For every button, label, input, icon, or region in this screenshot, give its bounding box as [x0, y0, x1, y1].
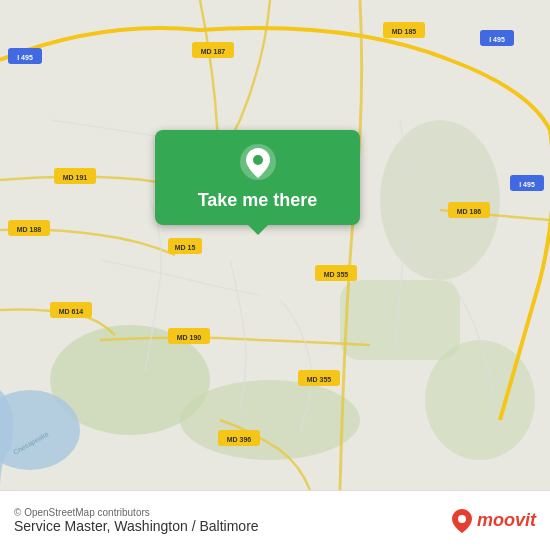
svg-text:MD 355: MD 355	[307, 376, 332, 383]
bottom-bar: © OpenStreetMap contributors Service Mas…	[0, 490, 550, 550]
svg-point-38	[458, 515, 466, 523]
moovit-logo: moovit	[451, 508, 536, 534]
svg-text:I 495: I 495	[17, 54, 33, 61]
svg-text:MD 186: MD 186	[457, 208, 482, 215]
popup-button-label: Take me there	[198, 190, 318, 211]
svg-text:MD 191: MD 191	[63, 174, 88, 181]
svg-text:MD 188: MD 188	[17, 226, 42, 233]
moovit-pin-icon	[451, 508, 473, 534]
svg-text:MD 187: MD 187	[201, 48, 226, 55]
svg-text:MD 396: MD 396	[227, 436, 252, 443]
moovit-brand-text: moovit	[477, 510, 536, 531]
copyright-text: © OpenStreetMap contributors	[14, 507, 259, 518]
svg-text:MD 614: MD 614	[59, 308, 84, 315]
svg-point-37	[253, 155, 263, 165]
location-pin-icon	[238, 142, 278, 182]
take-me-there-button[interactable]: Take me there	[155, 130, 360, 225]
service-info: © OpenStreetMap contributors Service Mas…	[14, 507, 259, 534]
svg-point-2	[180, 380, 360, 460]
svg-text:I 495: I 495	[519, 181, 535, 188]
service-name: Service Master, Washington / Baltimore	[14, 518, 259, 534]
map-container: Chesapeake I 495 I 495 I 495 MD 187 MD 1…	[0, 0, 550, 490]
svg-point-3	[380, 120, 500, 280]
svg-text:MD 15: MD 15	[175, 244, 196, 251]
svg-text:MD 355: MD 355	[324, 271, 349, 278]
svg-text:MD 190: MD 190	[177, 334, 202, 341]
svg-text:I 495: I 495	[489, 36, 505, 43]
svg-text:MD 185: MD 185	[392, 28, 417, 35]
